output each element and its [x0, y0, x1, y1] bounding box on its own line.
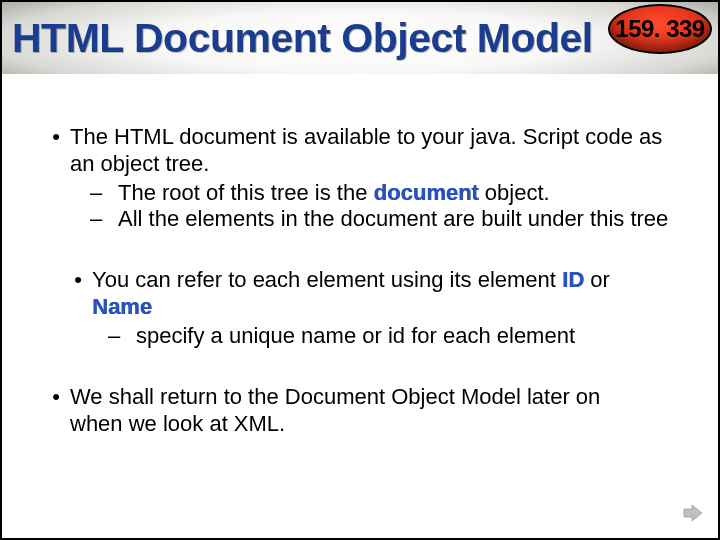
slide-content: • The HTML document is available to your…	[2, 74, 718, 437]
bullet-3: • We shall return to the Document Object…	[42, 384, 688, 438]
text-run: object.	[479, 180, 550, 205]
bullet-1: • The HTML document is available to your…	[42, 124, 688, 178]
text-line: an object tree.	[70, 151, 209, 176]
next-slide-button[interactable]	[676, 502, 704, 524]
bullet-1-sub-1-text: The root of this tree is the document ob…	[118, 180, 688, 207]
bullet-2-sub-1: – specify a unique name or id for each e…	[64, 323, 688, 350]
dash-icon: –	[90, 206, 118, 233]
dash-icon: –	[90, 180, 118, 207]
bullet-1-sub-1: – The root of this tree is the document …	[42, 180, 688, 207]
keyword-document: document	[374, 180, 479, 205]
slide: HTML Document Object Model 159. 339 • Th…	[2, 2, 718, 538]
keyword-name: Name	[92, 294, 152, 319]
bullet-3-text: We shall return to the Document Object M…	[70, 384, 688, 438]
bullet-2-sub-1-text: specify a unique name or id for each ele…	[136, 323, 688, 350]
text-run: The root of this tree is the	[118, 180, 374, 205]
text-line: We shall return to the Document Object M…	[70, 384, 600, 409]
house-arrow-icon	[676, 503, 704, 523]
keyword-id: ID	[562, 267, 584, 292]
text-line: when we look at XML.	[70, 411, 285, 436]
bullet-dot-icon: •	[64, 267, 92, 321]
bullet-1-sub-2-text: All the elements in the document are bui…	[118, 206, 688, 233]
bullet-1-text: The HTML document is available to your j…	[70, 124, 688, 178]
bullet-2: • You can refer to each element using it…	[64, 267, 688, 321]
bullet-dot-icon: •	[42, 384, 70, 438]
text-line: The HTML document is available to your j…	[70, 124, 662, 149]
dash-icon: –	[108, 323, 136, 350]
text-run: or	[584, 267, 610, 292]
slide-title: HTML Document Object Model	[12, 15, 593, 62]
title-band: HTML Document Object Model 159. 339	[2, 2, 718, 74]
bullet-2-text: You can refer to each element using its …	[92, 267, 688, 321]
slide-number-badge: 159. 339	[608, 4, 712, 54]
text-run: You can refer to each element using its …	[92, 267, 562, 292]
bullet-1-sub-2: – All the elements in the document are b…	[42, 206, 688, 233]
svg-marker-0	[684, 505, 702, 521]
bullet-dot-icon: •	[42, 124, 70, 178]
